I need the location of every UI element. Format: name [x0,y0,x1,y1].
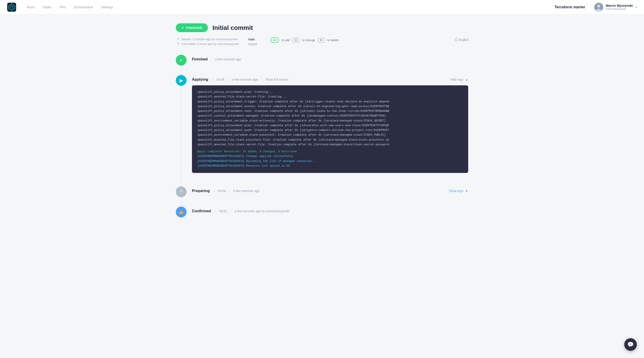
show-logs-button[interactable]: Show logs ▼ [449,189,468,193]
meta-branch: main 3faabff [248,38,257,46]
meta-counts: 24 to add 0 to change 0 to delete [270,38,338,43]
applying-body: Applying 00:06 a few seconds ago Show fu… [192,75,468,180]
preparing-time: a few seconds ago [230,189,260,193]
preparing-title: Preparing [192,189,210,193]
log-line: spacelift_mounted_file.stack-secret-file… [197,95,463,99]
logo[interactable] [7,3,16,12]
log-line: spacelift_policy_attachment.plan: Creati… [197,123,463,128]
nav-runs[interactable]: Runs [27,5,35,9]
timeline-confirmed: 👍 Confirmed 00:01 a few seconds ago by m… [176,207,468,221]
username-block: Marcin Wyszynski marcinwyszynski [606,4,633,11]
check-icon: ✓ [181,26,184,30]
timeline: ✓ Finished a few seconds ago ▶ Applying … [176,55,468,221]
log-line: spacelift_policy_attachment.plan: Creati… [197,90,463,95]
version-badge: ⬡ 0.13.4 [455,38,468,42]
main-content: ✓ FINISHED Initial commit ⏱ Started: 3 m… [165,14,479,230]
nav-links: Runs Tasks PRs Environment Settings [27,5,554,9]
preparing-icon: ⏱ [176,187,186,197]
clock-icon: ⏱ [177,38,180,41]
preparing-body: Preparing 00:06 a few seconds ago Show l… [192,187,468,200]
commit-icon: ⏱ [177,42,180,46]
chevron-down-icon: ▾ [636,6,637,9]
page-title: Initial commit [212,24,253,32]
project-title: Terraform starter [554,5,585,10]
delete-label: to delete [328,38,338,42]
change-count: 0 [292,38,299,43]
nav-prs[interactable]: PRs [60,5,66,9]
log-line: spacelift_environment_variable.stack-wri… [197,119,463,123]
log-line: spacelift_context_attachment.managed: Cr… [197,114,463,118]
applying-header: Applying 00:06 a few seconds ago Show fu… [192,77,468,82]
confirmed-icon: 👍 [176,207,186,217]
meta-times: ⏱ Started: 3 minutes ago by marcinwyszyn… [177,38,239,46]
log-line: spacelift_environment_variable.stack-pla… [197,133,463,137]
delete-count: 0 [318,38,325,43]
version-text: 0.13.4 [460,38,468,42]
log-line: spacelift_policy_attachment.task: Creati… [197,109,463,114]
user-display-name: Marcin Wyszynski [606,4,633,8]
applying-title: Applying [192,77,208,82]
log-highlight-line: [01ENTHBZMR0W30D3P76V1A1KF4] Uploading t… [197,159,463,164]
chevron-down-icon: ▼ [465,189,468,193]
finished-title: Finished [192,57,208,62]
log-line: spacelift_policy_attachment.push: Creati… [197,128,463,133]
page-header: ✓ FINISHED Initial commit [176,23,468,32]
committed-text: Committed: 3 hours ago by marcinwyszynsk… [182,42,239,46]
log-highlight-line: [01ENTHBZMR0W30D3P76V1A1KF4] Resource li… [197,164,463,168]
timeline-applying: ▶ Applying 00:06 a few seconds ago Show … [176,75,468,180]
confirmed-duration: 00:01 [216,209,227,213]
branch-name: main [248,38,257,41]
started-time: ⏱ Started: 3 minutes ago by marcinwyszyn… [177,38,239,41]
applying-icon: ▶ [176,75,186,86]
commit-hash: 3faabff [248,43,257,46]
log-line: spacelift_policy_attachment.trigger: Cre… [197,99,463,104]
nav-environment[interactable]: Environment [74,5,93,9]
applying-duration: 00:06 [213,78,224,81]
avatar [594,3,603,12]
finished-body: Finished a few seconds ago [192,55,468,69]
finished-header: Finished a few seconds ago [192,57,468,62]
badge-label: FINISHED [186,26,202,30]
chevron-up-icon: ▲ [465,78,468,81]
finished-time: a few seconds ago [211,58,241,61]
user-handle: marcinwyszynski [606,8,626,11]
terraform-icon: ⬡ [455,38,458,42]
user-menu[interactable]: Marcin Wyszynski marcinwyszynski ▾ [594,3,637,12]
confirmed-title: Confirmed [192,209,211,213]
preparing-header: Preparing 00:06 a few seconds ago Show l… [192,189,468,193]
confirmed-time: a few seconds ago by marcinwyszynski [231,209,289,213]
hide-logs-button[interactable]: Hide logs ▲ [450,78,468,81]
log-line: spacelift_mounted_file.stack-secret-file… [197,142,463,147]
status-badge: ✓ FINISHED [176,23,208,32]
show-fullscreen-link[interactable]: Show full screen [262,78,288,81]
committed-time: ⏱ Committed: 3 hours ago by marcinwyszyn… [177,42,239,46]
add-label: to add [282,38,290,42]
nav-tasks[interactable]: Tasks [43,5,51,9]
applying-time: a few seconds ago [228,78,258,81]
hide-logs-label: Hide logs [450,78,463,81]
navbar: Runs Tasks PRs Environment Settings Terr… [0,0,644,14]
timeline-preparing: ⏱ Preparing 00:06 a few seconds ago Show… [176,187,468,200]
confirmed-body: Confirmed 00:01 a few seconds ago by mar… [192,207,468,221]
meta-row: ⏱ Started: 3 minutes ago by marcinwyszyn… [176,38,468,46]
show-logs-label: Show logs [449,189,464,193]
nav-settings[interactable]: Settings [101,5,113,9]
started-text: Started: 3 minutes ago by marcinwyszynsk… [182,38,237,41]
log-success-line: Apply complete! Resources: 24 added, 0 c… [197,149,463,154]
log-line: spacelift_mounted_file.stack-plaintext-f… [197,138,463,142]
log-line: spacelift_policy_attachment.access: Crea… [197,104,463,109]
finished-icon: ✓ [176,55,186,66]
confirmed-header: Confirmed 00:01 a few seconds ago by mar… [192,209,468,213]
preparing-duration: 00:06 [214,189,226,193]
change-label: to change [302,38,315,42]
timeline-finished: ✓ Finished a few seconds ago [176,55,468,69]
add-count: 24 [270,38,279,43]
log-terminal: spacelift_policy_attachment.plan: Creati… [192,85,468,173]
log-highlight-line: [01ENTHBZMR0W30D3P76V1A1KF4] Changes app… [197,154,463,159]
svg-point-5 [597,5,600,8]
